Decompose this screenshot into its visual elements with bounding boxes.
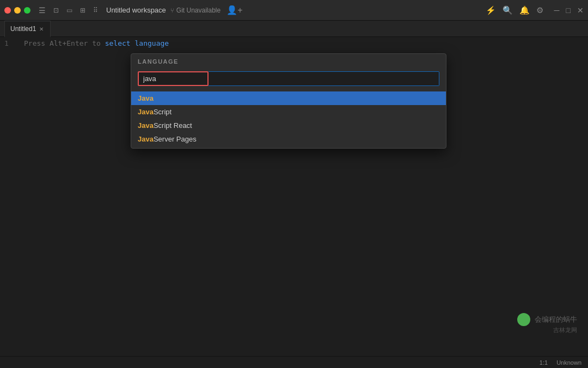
layout-icon[interactable]: ⊡ bbox=[52, 5, 60, 16]
watermark-icon bbox=[517, 313, 530, 326]
editor-area: 1 Press Alt+Enter to select language LAN… bbox=[0, 37, 588, 356]
apps-icon[interactable]: ⠿ bbox=[91, 5, 100, 16]
language-search-input-ext[interactable] bbox=[209, 71, 439, 86]
tab-close-icon[interactable]: ✕ bbox=[39, 26, 44, 32]
line-number-1: 1 bbox=[4, 39, 17, 47]
lightning-icon[interactable]: ⚡ bbox=[486, 5, 496, 15]
tabbar: Untitled1 ✕ bbox=[0, 21, 588, 37]
language-item-java[interactable]: Java bbox=[131, 91, 446, 105]
git-icon: ⑂ bbox=[170, 7, 174, 14]
search-input-wrapper bbox=[138, 71, 209, 86]
tab-label: Untitled1 bbox=[10, 25, 36, 33]
add-people-icon[interactable]: 👤+ bbox=[225, 3, 244, 17]
watermark: 会编程的蜗牛 吉林龙网 bbox=[517, 313, 577, 334]
language-item-javascript[interactable]: JavaScript bbox=[131, 105, 446, 119]
editor-hint-text: Press Alt+Enter to select language bbox=[24, 39, 169, 47]
window-controls: ─ □ ✕ bbox=[554, 6, 584, 15]
search-row bbox=[131, 68, 446, 89]
watermark-line1: 会编程的蜗牛 bbox=[517, 313, 577, 326]
minimize-button[interactable] bbox=[14, 7, 21, 14]
encoding-label[interactable]: Unknown bbox=[556, 359, 581, 366]
language-item-javascript-react[interactable]: JavaScript React bbox=[131, 119, 446, 132]
bell-icon[interactable]: 🔔 bbox=[519, 5, 530, 15]
git-status[interactable]: ⑂ Git Unavailable bbox=[170, 7, 220, 14]
window-restore-icon[interactable]: □ bbox=[566, 6, 571, 15]
watermark-line2: 吉林龙网 bbox=[517, 326, 577, 334]
settings-icon[interactable]: ⚙ bbox=[536, 5, 543, 15]
titlebar-right-actions: ⚡ 🔍 🔔 ⚙ ─ □ ✕ bbox=[486, 5, 584, 15]
tab-untitled1[interactable]: Untitled1 ✕ bbox=[4, 21, 51, 37]
main-menu-icon[interactable]: ☰ bbox=[37, 4, 47, 16]
workspace-title: Untitled workspace bbox=[106, 6, 166, 14]
cursor-position[interactable]: 1:1 bbox=[540, 359, 548, 366]
split-icon[interactable]: ⊞ bbox=[78, 5, 87, 16]
language-item-javaserver-pages[interactable]: JavaServer Pages bbox=[131, 132, 446, 146]
window-close-icon[interactable]: ✕ bbox=[577, 6, 584, 15]
statusbar: 1:1 Unknown bbox=[0, 356, 588, 368]
statusbar-right: 1:1 Unknown bbox=[540, 359, 581, 366]
language-search-input[interactable] bbox=[138, 71, 209, 86]
language-popup: LANGUAGE Java JavaScript bbox=[131, 53, 446, 149]
language-dropdown-list: Java JavaScript JavaScript React JavaSer… bbox=[131, 89, 446, 148]
traffic-lights bbox=[4, 7, 30, 14]
panel-icon[interactable]: ▭ bbox=[65, 5, 74, 16]
popup-header: LANGUAGE bbox=[131, 54, 446, 68]
close-button[interactable] bbox=[4, 7, 11, 14]
editor-line-1: 1 Press Alt+Enter to select language bbox=[0, 37, 588, 50]
titlebar: ☰ ⊡ ▭ ⊞ ⠿ Untitled workspace ⑂ Git Unava… bbox=[0, 0, 588, 21]
window-minimize-icon[interactable]: ─ bbox=[554, 6, 560, 15]
search-icon[interactable]: 🔍 bbox=[503, 5, 513, 15]
maximize-button[interactable] bbox=[24, 7, 30, 14]
